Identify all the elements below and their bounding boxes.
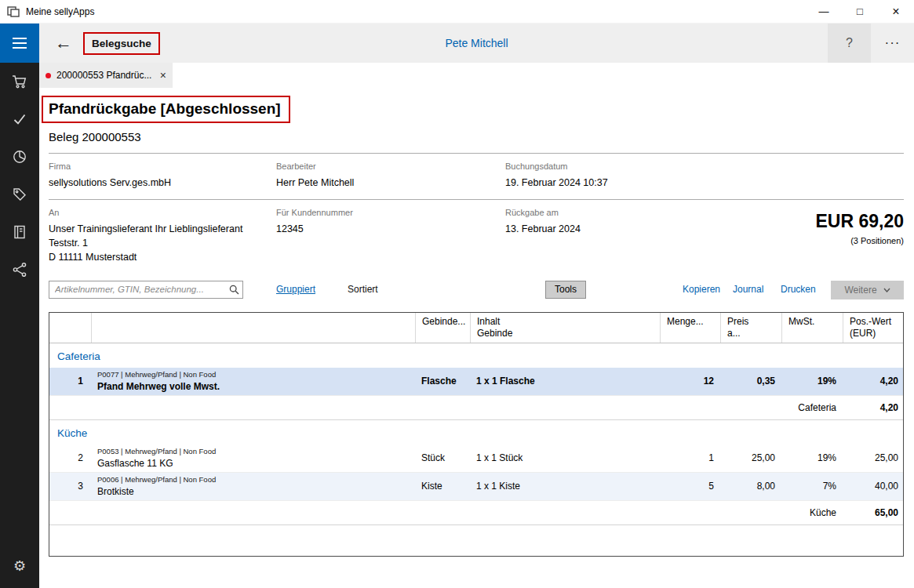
table-row[interactable]: 1 P0077 | Mehrweg/Pfand | Non Food Pfand… <box>49 368 903 396</box>
field-buchungsdatum: Buchungsdatum 19. Februar 2024 10:37 <box>505 162 904 190</box>
col-header-inhalt-line2: Gebinde <box>477 328 654 340</box>
col-header-number <box>49 313 91 343</box>
col-header-preis-line1: Preis <box>727 316 775 328</box>
col-header-poswert-line2: (EUR) <box>850 328 898 340</box>
col-header-description <box>91 313 415 343</box>
total-amount-block: EUR 69,20 (3 Positionen) <box>815 211 904 245</box>
more-options-button[interactable]: ··· <box>871 24 914 63</box>
hamburger-icon <box>11 36 28 50</box>
buchungsdatum-label: Buchungsdatum <box>505 162 904 171</box>
row-number: 3 <box>49 473 91 500</box>
subtotal-row-cafeteria: Cafeteria 4,20 <box>49 396 903 420</box>
sidebar: ⚙ <box>0 63 39 588</box>
col-header-poswert-line1: Pos.-Wert <box>850 316 898 328</box>
back-button[interactable]: ← <box>52 33 75 53</box>
close-icon[interactable]: × <box>878 0 914 24</box>
item-code: P0053 | Mehrweg/Pfand | Non Food <box>97 446 409 456</box>
belegsuche-button[interactable]: Belegsuche <box>92 38 151 49</box>
journal-book-icon[interactable] <box>0 213 39 251</box>
search-input[interactable] <box>49 281 243 299</box>
tag-icon[interactable] <box>0 176 39 213</box>
col-header-preis-line2: a... <box>727 328 775 340</box>
kopieren-link[interactable]: Kopieren <box>683 284 720 295</box>
pie-chart-icon[interactable] <box>0 138 39 176</box>
group-name: Küche <box>49 420 904 445</box>
divider <box>49 153 904 154</box>
subtotal-label: Küche <box>781 506 843 520</box>
checkmark-icon[interactable] <box>0 100 39 138</box>
item-inhalt: 1 x 1 Flasche <box>470 368 660 395</box>
bearbeiter-label: Bearbeiter <box>276 162 505 171</box>
item-name: Pfand Mehrweg volle Mwst. <box>97 380 409 393</box>
help-button[interactable]: ? <box>828 24 871 63</box>
an-label: An <box>49 208 276 217</box>
weitere-button[interactable]: Weitere <box>831 281 904 299</box>
field-bearbeiter: Bearbeiter Herr Pete Mitchell <box>276 162 505 190</box>
drucken-link[interactable]: Drucken <box>781 284 816 295</box>
sortiert-link[interactable]: Sortiert <box>348 284 378 295</box>
window-title: Meine sellyApps <box>26 6 94 17</box>
item-mwst: 7% <box>781 473 843 500</box>
group-row-cafeteria[interactable]: Cafeteria <box>49 343 903 368</box>
group-name: Cafeteria <box>49 343 904 368</box>
field-an: An Unser Trainingslieferant Ihr Liebling… <box>49 208 276 264</box>
row-number: 2 <box>49 445 91 472</box>
divider <box>49 199 904 200</box>
positions-table: Gebinde... Inhalt Gebinde Menge... Preis… <box>49 312 904 557</box>
gear-icon[interactable]: ⚙ <box>0 547 39 585</box>
maximize-icon[interactable]: □ <box>842 0 878 24</box>
subtotal-row-kueche: Küche 65,00 <box>49 501 903 525</box>
chevron-down-icon <box>883 288 890 292</box>
col-header-gebinde[interactable]: Gebinde... <box>415 313 470 343</box>
gruppiert-link[interactable]: Gruppiert <box>276 284 315 295</box>
document-number: Beleg 200000553 <box>49 130 904 143</box>
item-menge: 1 <box>660 445 720 472</box>
item-menge: 12 <box>660 368 720 395</box>
item-description: P0006 | Mehrweg/Pfand | Non Food Brotkis… <box>91 473 415 500</box>
item-name: Gasflasche 11 KG <box>97 457 409 470</box>
table-row[interactable]: 2 P0053 | Mehrweg/Pfand | Non Food Gasfl… <box>49 445 903 473</box>
journal-link[interactable]: Journal <box>733 284 763 295</box>
tab-close-icon[interactable]: × <box>160 69 166 82</box>
col-header-inhalt[interactable]: Inhalt Gebinde <box>470 313 660 343</box>
item-mwst: 19% <box>781 445 843 472</box>
positions-toolbar: Gruppiert Sortiert Tools Kopieren Journa… <box>49 281 904 301</box>
item-gebinde: Flasche <box>415 368 470 395</box>
row-number: 1 <box>49 368 91 395</box>
header-actions: ? ··· <box>828 24 914 63</box>
tools-button[interactable]: Tools <box>545 281 586 299</box>
document-view: Pfandrückgabe [Abgeschlossen] Beleg 2000… <box>39 88 914 557</box>
col-header-menge[interactable]: Menge... <box>660 313 720 343</box>
minimize-icon[interactable]: — <box>806 0 842 24</box>
search-icon[interactable] <box>229 284 239 298</box>
bearbeiter-value: Herr Pete Mitchell <box>276 176 505 190</box>
group-row-kueche[interactable]: Küche <box>49 420 903 445</box>
app-header: ← Belegsuche Pete Mitchell ? ··· <box>39 24 914 63</box>
weitere-label: Weitere <box>844 285 876 296</box>
search-field-wrap <box>49 281 243 299</box>
share-network-icon[interactable] <box>0 251 39 289</box>
col-header-mwst[interactable]: MwSt. <box>781 313 843 343</box>
window-controls: — □ × <box>806 0 914 24</box>
an-line1: Unser Trainingslieferant Ihr Lieblingsli… <box>49 222 276 236</box>
an-line3: D 11111 Musterstadt <box>49 250 276 264</box>
subtotal-value: 4,20 <box>843 401 904 415</box>
buchungsdatum-value: 19. Februar 2024 10:37 <box>505 176 904 190</box>
title-bar: Meine sellyApps — □ × <box>0 0 914 24</box>
item-code: P0077 | Mehrweg/Pfand | Non Food <box>97 369 409 379</box>
item-gebinde: Stück <box>415 445 470 472</box>
app-icon <box>7 5 20 18</box>
tab-document[interactable]: 200000553 Pfandrüc... × <box>39 63 173 88</box>
item-preis: 8,00 <box>720 473 781 500</box>
item-name: Brotkiste <box>97 485 409 498</box>
col-header-poswert[interactable]: Pos.-Wert (EUR) <box>843 313 904 343</box>
firma-label: Firma <box>49 162 276 171</box>
item-wert: 40,00 <box>843 473 904 500</box>
table-row[interactable]: 3 P0006 | Mehrweg/Pfand | Non Food Brotk… <box>49 473 903 501</box>
hamburger-menu-button[interactable] <box>0 24 39 63</box>
cart-icon[interactable] <box>0 63 39 100</box>
col-header-inhalt-line1: Inhalt <box>477 316 654 328</box>
user-name[interactable]: Pete Mitchell <box>445 37 508 49</box>
item-description: P0053 | Mehrweg/Pfand | Non Food Gasflas… <box>91 445 415 472</box>
col-header-preis[interactable]: Preis a... <box>720 313 781 343</box>
